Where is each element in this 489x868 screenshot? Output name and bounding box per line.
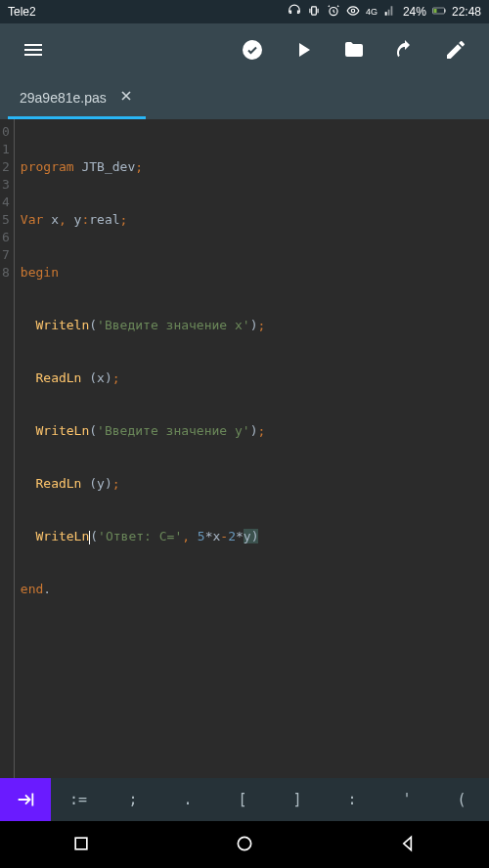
svg-rect-7 xyxy=(75,838,87,849)
vibrate-icon xyxy=(307,4,321,21)
eye-icon xyxy=(346,4,360,21)
folder-button[interactable] xyxy=(333,28,376,71)
close-tab-icon[interactable] xyxy=(118,88,134,107)
sym-rbracket[interactable]: ] xyxy=(270,791,325,808)
app-toolbar xyxy=(0,23,489,76)
sym-quote[interactable]: ' xyxy=(379,791,434,808)
sym-dot[interactable]: . xyxy=(160,791,215,808)
run-button[interactable] xyxy=(282,28,325,71)
signal-icon xyxy=(383,4,397,21)
code-editor[interactable]: 0 1 2 3 4 5 6 7 8 program JTB_dev; Var x… xyxy=(0,119,489,778)
svg-point-2 xyxy=(351,9,355,13)
undo-button[interactable] xyxy=(383,28,426,71)
alarm-icon xyxy=(327,4,340,21)
menu-button[interactable] xyxy=(12,28,55,71)
carrier-label: Tele2 xyxy=(8,5,36,19)
sym-lparen[interactable]: ( xyxy=(434,791,489,808)
line-gutter: 0 1 2 3 4 5 6 7 8 xyxy=(0,119,15,778)
edit-button[interactable] xyxy=(434,28,477,71)
android-nav-bar xyxy=(0,821,489,868)
code-content[interactable]: program JTB_dev; Var x, y:real; begin Wr… xyxy=(15,119,271,778)
nav-home-button[interactable] xyxy=(235,834,254,856)
svg-rect-5 xyxy=(433,9,436,13)
tab-bar: 29a9e81e.pas xyxy=(0,76,489,119)
sym-assign[interactable]: := xyxy=(51,791,106,808)
network-label: 4G xyxy=(366,7,378,17)
battery-icon xyxy=(432,4,446,21)
sym-colon[interactable]: : xyxy=(325,791,379,808)
symbol-bar: := ; . [ ] : ' ( xyxy=(0,778,489,821)
svg-point-6 xyxy=(243,40,262,60)
tab-filename: 29a9e81e.pas xyxy=(20,90,107,106)
sym-lbracket[interactable]: [ xyxy=(215,791,270,808)
nav-recent-button[interactable] xyxy=(71,834,91,856)
sym-semicolon[interactable]: ; xyxy=(106,791,160,808)
status-bar: Tele2 4G 24% 22:48 xyxy=(0,0,489,23)
clock-label: 22:48 xyxy=(452,5,481,19)
headphones-icon xyxy=(288,4,301,21)
tab-indent-button[interactable] xyxy=(0,778,51,821)
svg-rect-0 xyxy=(312,6,317,14)
svg-point-8 xyxy=(238,837,250,849)
svg-rect-4 xyxy=(444,9,445,12)
file-tab[interactable]: 29a9e81e.pas xyxy=(8,78,146,119)
nav-back-button[interactable] xyxy=(398,834,418,856)
battery-pct: 24% xyxy=(403,5,426,19)
check-button[interactable] xyxy=(231,28,274,71)
